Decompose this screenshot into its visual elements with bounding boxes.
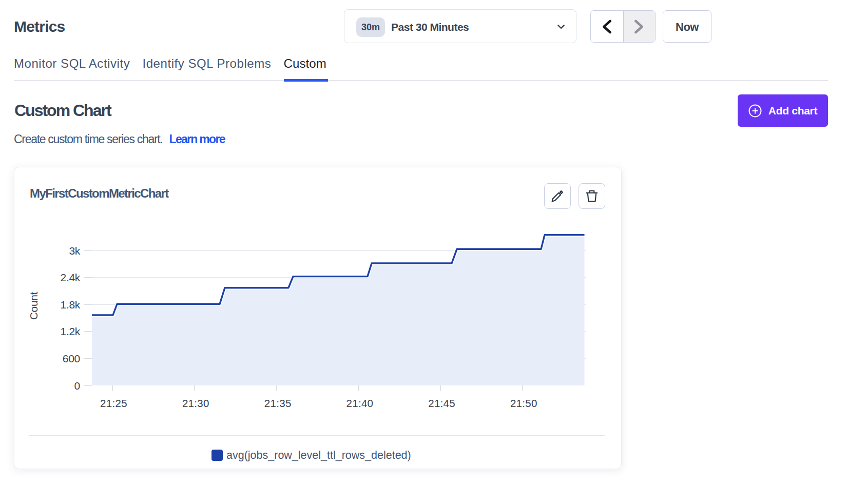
svg-text:0: 0 bbox=[74, 380, 80, 392]
svg-text:avg(jobs_row_level_ttl_rows_de: avg(jobs_row_level_ttl_rows_deleted) bbox=[226, 449, 411, 461]
svg-text:21:30: 21:30 bbox=[182, 397, 209, 409]
svg-text:21:45: 21:45 bbox=[428, 397, 455, 409]
svg-text:21:35: 21:35 bbox=[264, 397, 292, 409]
svg-text:2.4k: 2.4k bbox=[61, 272, 81, 283]
svg-text:21:25: 21:25 bbox=[100, 397, 127, 409]
svg-text:1.8k: 1.8k bbox=[61, 299, 81, 311]
svg-text:1.2k: 1.2k bbox=[61, 325, 81, 337]
svg-text:600: 600 bbox=[63, 353, 80, 364]
svg-text:3k: 3k bbox=[69, 245, 80, 257]
svg-text:21:50: 21:50 bbox=[510, 397, 537, 409]
svg-text:Count: Count bbox=[28, 292, 40, 320]
svg-text:21:40: 21:40 bbox=[346, 397, 373, 409]
